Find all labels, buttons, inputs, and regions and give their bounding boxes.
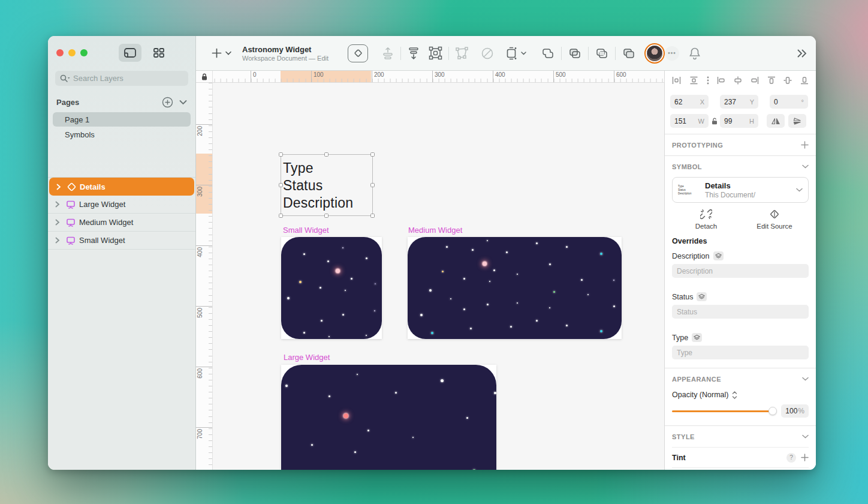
selection-handle-se[interactable] bbox=[370, 214, 375, 218]
align-right-icon[interactable] bbox=[751, 76, 759, 85]
x-field[interactable]: 62X bbox=[670, 95, 709, 109]
boolean-union-button[interactable] bbox=[541, 46, 555, 61]
search-input[interactable] bbox=[73, 74, 183, 83]
blend-mode-stepper-icon[interactable] bbox=[732, 391, 737, 399]
collapse-symbol-icon[interactable] bbox=[802, 164, 809, 169]
disclosure-chevron-icon[interactable] bbox=[56, 184, 64, 190]
insert-button[interactable] bbox=[212, 48, 231, 58]
selected-symbol-instance[interactable]: TypeStatusDescription bbox=[281, 154, 373, 216]
selection-handle-n[interactable] bbox=[324, 152, 328, 157]
width-field[interactable]: 151W bbox=[670, 114, 709, 128]
distribute-up-button[interactable] bbox=[381, 47, 394, 60]
distribute-horizontally-icon[interactable] bbox=[672, 76, 681, 85]
add-page-button[interactable] bbox=[162, 97, 173, 108]
override-layers-icon[interactable] bbox=[692, 333, 702, 342]
page-item-symbols[interactable]: Symbols bbox=[53, 127, 191, 142]
layer-item-small-widget[interactable]: Small Widget bbox=[48, 232, 195, 250]
symbol-text-lines: TypeStatusDescription bbox=[281, 155, 372, 212]
layer-item-details[interactable]: Details bbox=[49, 178, 194, 196]
boolean-difference-button[interactable] bbox=[622, 46, 636, 61]
add-prototyping-button[interactable] bbox=[801, 141, 809, 149]
vertical-ruler[interactable]: 200300400500600700 bbox=[196, 83, 213, 470]
edit-frame-button[interactable] bbox=[429, 46, 442, 60]
opacity-slider-knob[interactable] bbox=[768, 407, 777, 415]
flip-vertical-button[interactable] bbox=[788, 114, 806, 128]
selection-handle-ne[interactable] bbox=[370, 152, 375, 157]
canvas-area[interactable]: 0100200300400500600 200300400500600700 T… bbox=[196, 71, 664, 470]
opacity-slider[interactable] bbox=[672, 407, 776, 415]
selection-handle-nw[interactable] bbox=[279, 152, 283, 157]
close-window-button[interactable] bbox=[56, 49, 64, 56]
selection-handle-sw[interactable] bbox=[279, 214, 283, 218]
height-field[interactable]: 99H bbox=[720, 114, 758, 128]
star bbox=[466, 417, 468, 419]
create-symbol-button[interactable] bbox=[348, 44, 368, 62]
collaborators-overflow-button[interactable]: ••• bbox=[665, 46, 679, 61]
distribute-down-button[interactable] bbox=[407, 47, 420, 60]
zoom-window-button[interactable] bbox=[80, 49, 88, 56]
layer-item-medium-widget[interactable]: Medium Widget bbox=[48, 214, 195, 232]
overrides-title: Overrides bbox=[672, 237, 809, 245]
more-distribute-icon[interactable] bbox=[707, 76, 709, 85]
star bbox=[581, 279, 583, 281]
disclosure-chevron-icon[interactable] bbox=[55, 219, 62, 226]
document-subtitle[interactable]: Workspace Document — Edit bbox=[242, 55, 332, 62]
flip-horizontal-button[interactable] bbox=[767, 114, 785, 128]
artboard-label-medium-widget[interactable]: Medium Widget bbox=[408, 226, 462, 235]
align-left-icon[interactable] bbox=[717, 76, 725, 85]
artboard-medium-widget[interactable] bbox=[408, 237, 622, 339]
artboard-small-widget[interactable] bbox=[281, 237, 382, 339]
notifications-button[interactable] bbox=[689, 47, 701, 60]
selection-handle-w[interactable] bbox=[279, 183, 283, 187]
transform-button[interactable] bbox=[455, 46, 469, 60]
collapse-style-icon[interactable] bbox=[802, 434, 809, 439]
opacity-value-field[interactable]: 100% bbox=[781, 404, 809, 418]
canvas[interactable]: TypeStatusDescription Small Widget bbox=[213, 83, 664, 470]
toolbar-overflow-button[interactable] bbox=[797, 49, 807, 58]
components-view-button[interactable] bbox=[147, 44, 170, 62]
detach-button[interactable]: Detach bbox=[672, 209, 740, 230]
user-avatar[interactable] bbox=[647, 46, 662, 61]
mask-button[interactable] bbox=[481, 47, 494, 60]
y-field[interactable]: 237Y bbox=[720, 95, 758, 109]
collapse-pages-icon[interactable] bbox=[179, 100, 187, 105]
horizontal-ruler[interactable]: 0100200300400500600 bbox=[213, 71, 664, 83]
override-layers-icon[interactable] bbox=[697, 292, 707, 301]
override-input[interactable] bbox=[672, 305, 809, 319]
disclosure-chevron-icon[interactable] bbox=[55, 237, 62, 244]
boolean-subtract-button[interactable] bbox=[568, 46, 582, 61]
layers-list: DetailsLarge WidgetMedium WidgetSmall Wi… bbox=[48, 177, 195, 250]
collapse-appearance-icon[interactable] bbox=[802, 377, 809, 381]
edit-source-button[interactable]: Edit Source bbox=[740, 209, 809, 230]
tint-help-badge[interactable]: ? bbox=[786, 453, 796, 463]
selection-handle-s[interactable] bbox=[324, 214, 328, 218]
selection-handle-e[interactable] bbox=[370, 183, 375, 187]
ruler-h-label: 0 bbox=[251, 71, 257, 83]
override-input[interactable] bbox=[672, 264, 809, 278]
ruler-h-label: 500 bbox=[553, 71, 566, 83]
page-item-page-1[interactable]: Page 1 bbox=[53, 112, 191, 127]
boolean-intersect-button[interactable] bbox=[595, 46, 609, 61]
layers-view-button[interactable] bbox=[119, 44, 141, 62]
minimize-window-button[interactable] bbox=[68, 49, 76, 56]
distribute-vertically-icon[interactable] bbox=[689, 76, 698, 85]
lock-ratio-icon[interactable] bbox=[712, 118, 718, 125]
ruler-lock[interactable] bbox=[196, 71, 213, 83]
layer-item-large-widget[interactable]: Large Widget bbox=[48, 196, 195, 214]
align-center-horizontal-icon[interactable] bbox=[734, 76, 742, 85]
align-bottom-icon[interactable] bbox=[800, 76, 809, 85]
artboard-large-widget[interactable] bbox=[281, 365, 496, 470]
star bbox=[367, 430, 369, 431]
artboard-label-large-widget[interactable]: Large Widget bbox=[284, 353, 330, 362]
override-input[interactable] bbox=[672, 346, 809, 359]
symbol-picker[interactable]: TypeStatusDescription Details This Docum… bbox=[672, 177, 809, 203]
rotation-field[interactable]: 0° bbox=[770, 95, 808, 109]
resize-button[interactable] bbox=[505, 47, 526, 60]
disclosure-chevron-icon[interactable] bbox=[55, 201, 62, 208]
override-layers-icon[interactable] bbox=[713, 251, 724, 260]
align-top-icon[interactable] bbox=[767, 76, 776, 85]
search-layers-field[interactable] bbox=[55, 71, 188, 86]
align-middle-vertical-icon[interactable] bbox=[783, 76, 792, 85]
artboard-label-small-widget[interactable]: Small Widget bbox=[283, 226, 329, 235]
add-tint-button[interactable] bbox=[801, 454, 809, 461]
